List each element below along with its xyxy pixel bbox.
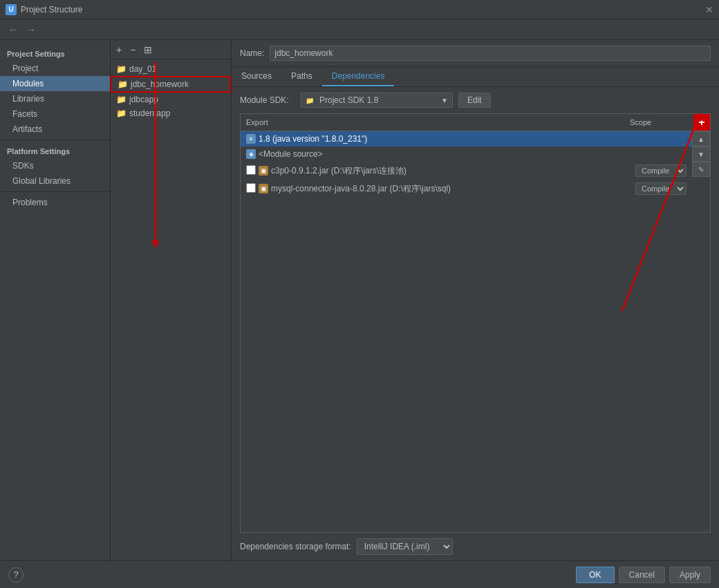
table-row[interactable]: ▣ c3p0-0.9.1.2.jar (D:\程序\jars\连接池) Comp… — [241, 162, 710, 180]
tab-paths[interactable]: Paths — [281, 67, 322, 86]
tree-item-day01[interactable]: 📁 day_01 — [111, 62, 231, 76]
sidebar-item-facets[interactable]: Facets — [0, 106, 110, 122]
table-row[interactable]: ≡ 1.8 (java version "1.8.0_231") — [241, 131, 710, 146]
dep-row4-scope-select[interactable]: Compile Test Runtime Provided — [635, 182, 687, 195]
dep-name-cell3: ▣ c3p0-0.9.1.2.jar (D:\程序\jars\连接池) — [259, 165, 635, 177]
col-export: Export — [241, 115, 624, 129]
sdk-label: Module SDK: — [240, 95, 295, 105]
sdk-value: Project SDK 1.8 — [319, 95, 438, 105]
sidebar-item-artifacts[interactable]: Artifacts — [0, 122, 110, 137]
sidebar-item-project[interactable]: Project — [0, 61, 110, 76]
dependencies-table-wrapper: Export Scope + ≡ 1.8 (java version "1.8.… — [240, 113, 711, 533]
move-down-button[interactable]: ▼ — [692, 146, 710, 162]
folder-icon-jdbcapp: 📁 — [116, 95, 127, 104]
name-label: Name: — [240, 48, 264, 58]
tab-sources[interactable]: Sources — [232, 67, 281, 86]
folder-icon-jdbc: 📁 — [118, 79, 128, 89]
tree-item-studentapp-label: studentapp — [129, 108, 170, 118]
sidebar-item-libraries[interactable]: Libraries — [0, 91, 110, 106]
dep-row1-name: 1.8 (java version "1.8.0_231") — [259, 134, 367, 144]
sdk-dropdown[interactable]: 📁 Project SDK 1.8 ▼ — [301, 93, 453, 108]
table-action-buttons: ▲ ▼ ✎ — [692, 131, 710, 177]
nav-bar: ← → — [0, 19, 719, 40]
tree-remove-button[interactable]: − — [127, 43, 138, 57]
tree-copy-button[interactable]: ⊞ — [141, 43, 155, 57]
ok-button[interactable]: OK — [576, 567, 614, 583]
title-bar: U Project Structure ✕ — [0, 0, 719, 19]
tree-item-jdbcapp-label: jdbcapp — [129, 95, 158, 104]
sdk-dropdown-icon: ▼ — [441, 97, 448, 104]
dep-row3-scope-select[interactable]: Compile Test Runtime Provided — [635, 164, 687, 177]
sidebar-item-global-libraries[interactable]: Global Libraries — [0, 173, 110, 189]
table-header: Export Scope + — [241, 114, 710, 131]
tab-dependencies[interactable]: Dependencies — [322, 67, 395, 86]
dep-row4-name: mysql-connector-java-8.0.28.jar (D:\程序\j… — [271, 183, 451, 195]
sdk-row: Module SDK: 📁 Project SDK 1.8 ▼ Edit — [232, 87, 719, 113]
bottom-bar: ? OK Cancel Apply — [0, 560, 719, 588]
name-row: Name: — [232, 40, 719, 67]
sidebar-item-problems[interactable]: Problems — [0, 195, 110, 210]
tree-item-jdbc-homework[interactable]: 📁 jdbc_homework — [111, 76, 231, 93]
apply-button[interactable]: Apply — [669, 567, 711, 583]
dep-row3-checkbox[interactable] — [246, 165, 256, 175]
tree-item-studentapp[interactable]: 📁 studentapp — [111, 106, 231, 120]
back-button[interactable]: ← — [6, 23, 21, 37]
module-dep-icon: ◈ — [246, 149, 256, 159]
col-scope: Scope — [624, 115, 693, 129]
folder-icon: 📁 — [116, 64, 127, 74]
checkbox-cell3 — [246, 165, 259, 177]
module-tree: + − ⊞ 📁 day_01 📁 jdbc_homework 📁 jdbcapp… — [111, 40, 232, 560]
edit-dep-button[interactable]: ✎ — [692, 162, 710, 177]
platform-settings-header: Platform Settings — [0, 143, 110, 158]
content-panel: Name: Sources Paths Dependencies Module … — [232, 40, 719, 560]
name-input[interactable] — [270, 46, 711, 61]
table-body: ≡ 1.8 (java version "1.8.0_231") ◈ <Modu… — [241, 131, 710, 532]
help-button[interactable]: ? — [8, 567, 24, 582]
dep-row2-name: <Module source> — [259, 149, 323, 159]
tree-item-day01-label: day_01 — [129, 64, 156, 74]
storage-format-select[interactable]: IntelliJ IDEA (.iml) Eclipse (.classpath… — [357, 538, 453, 555]
action-buttons: OK Cancel Apply — [576, 567, 711, 583]
table-row[interactable]: ◈ <Module source> — [241, 146, 710, 162]
app-icon: U — [6, 4, 17, 15]
sidebar: Project Settings Project Modules Librari… — [0, 40, 111, 560]
dep-name-cell: ≡ 1.8 (java version "1.8.0_231") — [246, 134, 635, 144]
sdk-dep-icon: ≡ — [246, 134, 256, 144]
move-up-button[interactable]: ▲ — [692, 131, 710, 146]
checkbox-cell4 — [246, 183, 259, 195]
add-dependency-button[interactable]: + — [693, 114, 710, 131]
sidebar-item-sdks[interactable]: SDKs — [0, 158, 110, 173]
tree-toolbar: + − ⊞ — [111, 40, 231, 59]
sidebar-divider — [0, 140, 110, 140]
window-title: Project Structure — [21, 5, 82, 15]
tree-item-jdbcapp[interactable]: 📁 jdbcapp — [111, 93, 231, 106]
dep-row4-checkbox[interactable] — [246, 183, 256, 193]
cancel-button[interactable]: Cancel — [619, 567, 665, 583]
forward-button[interactable]: → — [24, 23, 39, 37]
dep-row3-name: c3p0-0.9.1.2.jar (D:\程序\jars\连接池) — [271, 165, 407, 177]
dep-row4-scope: Compile Test Runtime Provided — [635, 182, 704, 195]
storage-label: Dependencies storage format: — [240, 542, 351, 551]
dep-name-cell2: ◈ <Module source> — [246, 149, 635, 159]
folder-icon-studentapp: 📁 — [116, 108, 127, 118]
project-settings-header: Project Settings — [0, 46, 110, 61]
jar-dep-icon4: ▣ — [259, 184, 268, 193]
sidebar-item-modules[interactable]: Modules — [0, 76, 110, 91]
sidebar-divider-2 — [0, 191, 110, 192]
close-button[interactable]: ✕ — [705, 4, 713, 15]
tabs-row: Sources Paths Dependencies — [232, 67, 719, 87]
tree-item-jdbc-label: jdbc_homework — [131, 79, 189, 89]
tree-add-button[interactable]: + — [113, 43, 124, 57]
edit-sdk-button[interactable]: Edit — [458, 93, 491, 108]
main-layout: Project Settings Project Modules Librari… — [0, 40, 719, 560]
jar-dep-icon3: ▣ — [259, 166, 268, 176]
table-row[interactable]: ▣ mysql-connector-java-8.0.28.jar (D:\程序… — [241, 180, 710, 198]
tree-items: 📁 day_01 📁 jdbc_homework 📁 jdbcapp 📁 stu… — [111, 59, 231, 560]
storage-row: Dependencies storage format: IntelliJ ID… — [232, 533, 719, 560]
dep-name-cell4: ▣ mysql-connector-java-8.0.28.jar (D:\程序… — [259, 183, 635, 195]
